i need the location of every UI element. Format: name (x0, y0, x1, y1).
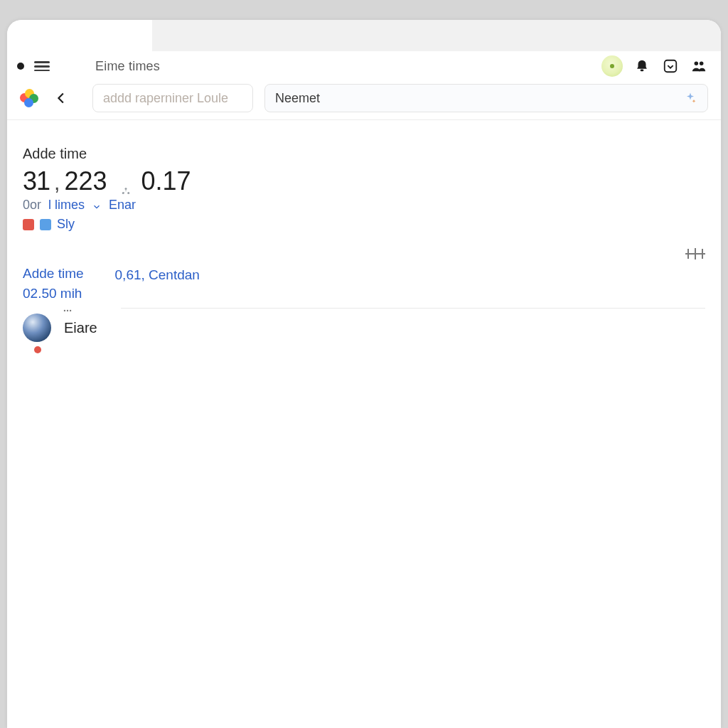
toolbar: Eime times (7, 51, 721, 81)
search-value: Neemet (275, 91, 320, 106)
divider (121, 308, 705, 309)
status-dot-icon (34, 346, 41, 353)
add-button[interactable] (685, 247, 705, 261)
secondary-a-1[interactable]: Adde time (23, 266, 84, 282)
svg-point-8 (67, 310, 68, 311)
avatar (23, 314, 51, 342)
search-placeholder: addd raperniner Loule (103, 91, 228, 106)
secondary-col-a: Adde time 02.50 mih (23, 266, 84, 316)
indicator-icon (119, 175, 132, 188)
app-logo-icon[interactable] (20, 89, 38, 107)
status-chip[interactable] (601, 55, 623, 77)
summary-numbers: 31 , 223 0.17 (23, 166, 705, 196)
secondary-col-b[interactable]: 0,61, Centdan (115, 266, 200, 283)
summary-sub-action[interactable]: Enar (109, 198, 136, 213)
red-square-icon (23, 219, 34, 230)
svg-rect-1 (665, 60, 677, 73)
svg-point-2 (695, 62, 699, 66)
summary-sub-row: 0or l limes Enar (23, 198, 705, 213)
search-row: addd raperniner Loule Neemet (7, 81, 721, 120)
app-window: Eime times addd raperniner Loule Neemet (7, 20, 721, 728)
svg-rect-0 (641, 70, 644, 72)
sly-label[interactable]: Sly (57, 217, 75, 232)
dropdown-box-icon[interactable] (661, 57, 680, 75)
window-dot-icon[interactable] (17, 63, 24, 70)
people-icon[interactable] (690, 57, 708, 75)
back-button[interactable] (53, 89, 71, 107)
summary-chip-row: Sly (23, 217, 705, 232)
list-item[interactable]: Eiare (23, 314, 97, 342)
summary-heading: Adde time (23, 146, 705, 162)
svg-point-7 (64, 310, 65, 311)
chevron-down-icon (92, 200, 102, 210)
page-title: Eime times (95, 59, 160, 74)
summary-value-a: 31 (23, 166, 50, 196)
tab-strip (7, 20, 721, 51)
svg-point-4 (125, 188, 127, 190)
search-input-primary[interactable]: addd raperniner Loule (92, 84, 253, 112)
svg-point-9 (70, 310, 71, 311)
notification-icon[interactable] (633, 57, 651, 75)
blue-square-icon (40, 219, 51, 230)
sparkle-icon (683, 91, 697, 105)
summary-sub-mid[interactable]: l limes (48, 198, 85, 213)
svg-point-3 (700, 62, 704, 66)
list-item-label: Eiare (64, 320, 97, 336)
content-area: Adde time 31 , 223 0.17 0or l limes Enar… (7, 120, 721, 316)
summary-sub-left: 0or (23, 198, 41, 213)
secondary-a-2: 02.50 mih (23, 286, 84, 301)
summary-value-b: 223 (64, 166, 107, 196)
active-tab[interactable] (7, 20, 152, 51)
summary-value-c: 0.17 (141, 166, 191, 196)
menu-icon[interactable] (34, 61, 50, 71)
search-input-secondary[interactable]: Neemet (264, 84, 708, 112)
